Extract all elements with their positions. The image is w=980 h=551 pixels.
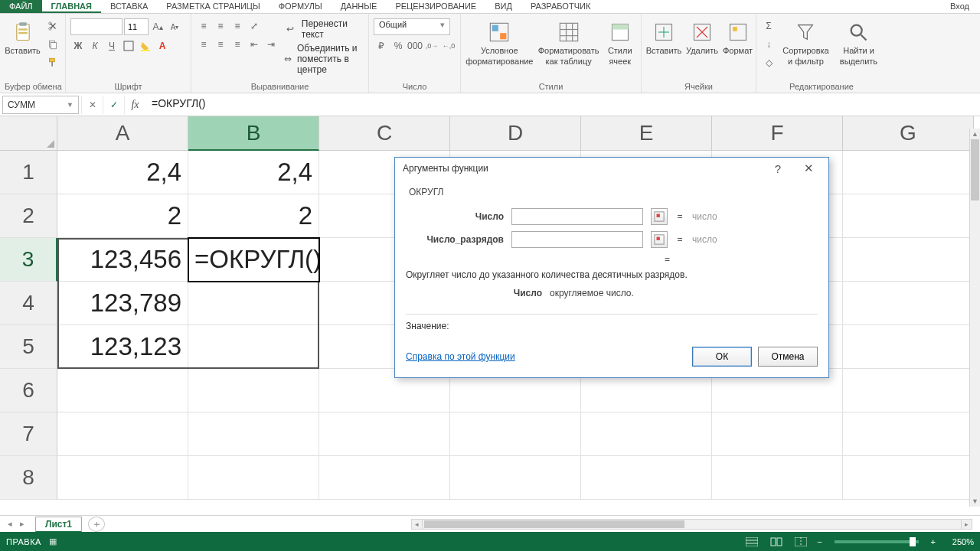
cell-D8[interactable] <box>450 456 581 500</box>
cell-G3[interactable] <box>843 238 974 282</box>
view-page-break-icon[interactable] <box>792 535 809 549</box>
cell-G1[interactable] <box>843 151 974 194</box>
underline-button[interactable]: Ч <box>104 38 119 54</box>
cell-B5[interactable] <box>188 325 319 369</box>
zoom-slider[interactable] <box>835 540 919 543</box>
row-header-2[interactable]: 2 <box>0 194 57 238</box>
cell-C7[interactable] <box>319 412 450 456</box>
macro-record-icon[interactable]: ▦ <box>49 536 57 546</box>
cell-B6[interactable] <box>188 369 319 412</box>
cell-A4[interactable]: 123,789 <box>57 282 188 325</box>
increase-font-icon[interactable]: A▴ <box>150 19 165 34</box>
sheet-add-button[interactable]: ＋ <box>88 517 105 532</box>
fill-color-button[interactable] <box>138 38 153 54</box>
align-left-icon[interactable]: ≡ <box>196 37 211 52</box>
hscroll-right-icon[interactable]: ▸ <box>961 520 972 529</box>
cell-B8[interactable] <box>188 456 319 500</box>
cell-A6[interactable] <box>57 369 188 412</box>
col-header-A[interactable]: A <box>57 116 188 151</box>
clear-icon[interactable]: ◇ <box>761 55 776 70</box>
name-box[interactable]: СУММ ▼ <box>2 96 79 114</box>
paste-button[interactable]: Вставить <box>5 18 41 72</box>
login-link[interactable]: Вход <box>939 0 980 13</box>
cell-G8[interactable] <box>843 456 974 500</box>
align-top-icon[interactable]: ≡ <box>196 18 211 34</box>
tab-file[interactable]: ФАЙЛ <box>0 0 42 13</box>
dialog-help-link[interactable]: Справка по этой функции <box>406 351 515 362</box>
dialog-ok-button[interactable]: ОК <box>692 347 752 367</box>
cell-G4[interactable] <box>843 282 974 325</box>
enter-formula-button[interactable]: ✓ <box>103 96 124 114</box>
align-bottom-icon[interactable]: ≡ <box>230 18 245 34</box>
sort-filter-button[interactable]: Сортировка и фильтр <box>781 18 831 72</box>
indent-increase-icon[interactable]: ⇥ <box>263 37 279 52</box>
zoom-in-button[interactable]: + <box>931 537 936 546</box>
cell-B7[interactable] <box>188 412 319 456</box>
orientation-icon[interactable]: ⤢ <box>247 18 262 34</box>
currency-icon[interactable]: ₽ <box>374 38 389 54</box>
row-header-8[interactable]: 8 <box>0 456 57 500</box>
name-box-dropdown-icon[interactable]: ▼ <box>67 101 74 109</box>
cell-B2[interactable]: 2 <box>188 194 319 238</box>
conditional-formatting-button[interactable]: Условное форматирование <box>466 18 534 72</box>
format-painter-icon[interactable] <box>45 55 60 70</box>
zoom-out-button[interactable]: − <box>817 537 822 546</box>
font-color-button[interactable]: A <box>155 38 170 54</box>
col-header-B[interactable]: B <box>188 116 319 151</box>
hscroll-thumb[interactable] <box>424 520 684 528</box>
align-center-icon[interactable]: ≡ <box>213 37 228 52</box>
font-family-input[interactable] <box>70 18 122 35</box>
sheet-tab-1[interactable]: Лист1 <box>35 517 82 533</box>
tab-data[interactable]: ДАННЫЕ <box>332 0 387 13</box>
bold-button[interactable]: Ж <box>70 38 86 54</box>
cell-C8[interactable] <box>319 456 450 500</box>
font-size-input[interactable] <box>124 18 149 35</box>
hscroll-left-icon[interactable]: ◂ <box>412 520 423 529</box>
italic-button[interactable]: К <box>87 38 103 54</box>
arg-1-ref-button[interactable] <box>651 231 668 248</box>
col-header-G[interactable]: G <box>843 116 974 151</box>
cell-G2[interactable] <box>843 194 974 238</box>
dialog-close-button[interactable]: ✕ <box>793 158 824 178</box>
cell-G5[interactable] <box>843 325 974 369</box>
scroll-up-icon[interactable]: ▲ <box>970 129 980 139</box>
decrease-decimal-icon[interactable]: ←,0 <box>441 38 456 54</box>
formula-input[interactable]: =ОКРУГЛ() <box>145 96 980 114</box>
row-header-4[interactable]: 4 <box>0 282 57 325</box>
insert-cells-button[interactable]: Вставить <box>646 18 681 72</box>
select-all-corner[interactable] <box>0 116 57 151</box>
indent-decrease-icon[interactable]: ⇤ <box>247 37 262 52</box>
col-header-E[interactable]: E <box>581 116 712 151</box>
cell-D7[interactable] <box>450 412 581 456</box>
col-header-F[interactable]: F <box>712 116 843 151</box>
wrap-text-button[interactable]: ↩ Перенести текст <box>283 18 364 40</box>
border-button[interactable] <box>121 38 136 54</box>
align-right-icon[interactable]: ≡ <box>230 37 245 52</box>
increase-decimal-icon[interactable]: ,0→ <box>424 38 439 54</box>
cut-icon[interactable] <box>45 18 60 34</box>
cell-A2[interactable]: 2 <box>57 194 188 238</box>
cell-A8[interactable] <box>57 456 188 500</box>
align-middle-icon[interactable]: ≡ <box>213 18 228 34</box>
row-header-5[interactable]: 5 <box>0 325 57 369</box>
number-format-dropdown[interactable]: Общий ▾ <box>374 18 450 35</box>
vertical-scrollbar[interactable]: ▲ ▼ <box>969 129 980 507</box>
autosum-icon[interactable]: Σ <box>761 18 776 34</box>
insert-function-button[interactable]: fx <box>124 96 145 114</box>
dialog-help-button[interactable]: ? <box>763 158 793 178</box>
fill-icon[interactable]: ↓ <box>761 37 776 52</box>
tab-page-layout[interactable]: РАЗМЕТКА СТРАНИЦЫ <box>157 0 269 13</box>
horizontal-scrollbar[interactable]: ◂ ▸ <box>411 519 972 530</box>
tab-developer[interactable]: РАЗРАБОТЧИК <box>521 0 599 13</box>
find-select-button[interactable]: Найти и выделить <box>835 18 882 72</box>
arg-0-ref-button[interactable] <box>651 208 668 225</box>
dialog-cancel-button[interactable]: Отмена <box>758 347 818 367</box>
cell-B1[interactable]: 2,4 <box>188 151 319 194</box>
tab-insert[interactable]: ВСТАВКА <box>101 0 157 13</box>
row-header-1[interactable]: 1 <box>0 151 57 194</box>
comma-icon[interactable]: 000 <box>407 38 423 54</box>
cell-E8[interactable] <box>581 456 712 500</box>
cell-A7[interactable] <box>57 412 188 456</box>
format-cells-button[interactable]: Формат <box>723 18 753 72</box>
vscroll-thumb[interactable] <box>971 139 979 201</box>
